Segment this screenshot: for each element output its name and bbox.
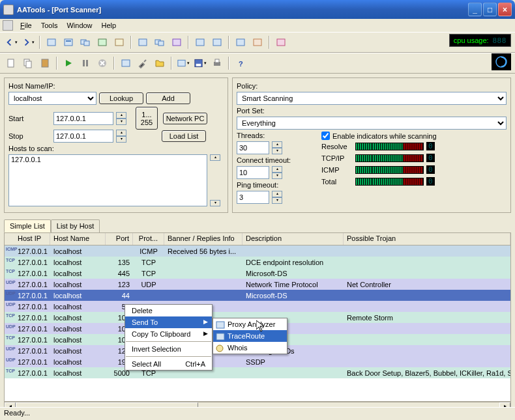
table-row[interactable]: TCP 127.0.0.1 localhost 135 TCP DCE endp… xyxy=(5,257,510,268)
svg-rect-2 xyxy=(66,40,71,42)
resolve-value: 0 xyxy=(426,142,435,150)
start-spinner[interactable]: ▴▾ xyxy=(116,112,126,125)
ping-spinner[interactable]: ▴▾ xyxy=(272,191,282,204)
menu-tools[interactable]: Tools xyxy=(37,20,63,31)
tool-icon[interactable] xyxy=(112,35,126,49)
menu-window[interactable]: Window xyxy=(62,20,96,31)
ping-input[interactable] xyxy=(237,191,269,204)
hostname-label: Host Name/IP: xyxy=(8,82,55,90)
stop-ip-input[interactable] xyxy=(53,130,113,143)
hostname-input[interactable]: localhost xyxy=(8,92,96,105)
portset-select[interactable]: Everything xyxy=(237,117,507,130)
indicators-checkbox[interactable] xyxy=(321,132,330,140)
tool-icon[interactable] xyxy=(193,35,207,49)
ctx-invert[interactable]: Invert Selection xyxy=(125,343,212,355)
export-icon[interactable]: ▾ xyxy=(176,56,190,70)
svg-rect-21 xyxy=(86,60,88,66)
portset-label: Port Set: xyxy=(237,107,279,115)
total-indicator xyxy=(355,178,424,186)
svg-rect-26 xyxy=(196,64,201,66)
menu-help[interactable]: Help xyxy=(97,20,121,31)
add-button[interactable]: Add xyxy=(146,92,190,104)
table-row[interactable]: UDP 127.0.0.1 localhost 123 UDP Network … xyxy=(5,279,510,290)
range-button[interactable]: 1...255 xyxy=(136,107,158,130)
lookup-button[interactable]: Lookup xyxy=(99,92,143,104)
col-hostname[interactable]: Host Name xyxy=(50,233,106,245)
networkpc-button[interactable]: Network PC xyxy=(163,113,207,124)
col-trojan[interactable]: Possible Trojan xyxy=(344,233,510,245)
minimize-button[interactable]: _ xyxy=(468,3,482,16)
window-title: AATools - [Port Scanner] xyxy=(17,6,468,14)
ctx-sendto[interactable]: Send To▶ xyxy=(125,316,212,328)
tool-icon[interactable] xyxy=(136,35,150,49)
results-table: Host IP Host Name Port Prot... Banner / … xyxy=(4,232,511,402)
threads-spinner[interactable]: ▴▾ xyxy=(272,141,282,154)
col-hostip[interactable]: Host IP xyxy=(5,233,50,245)
tool-icon[interactable] xyxy=(233,35,248,49)
ctx-delete[interactable]: Delete xyxy=(125,305,212,316)
col-port[interactable]: Port xyxy=(106,233,133,245)
maximize-button[interactable]: □ xyxy=(483,3,497,16)
connect-spinner[interactable]: ▴▾ xyxy=(272,166,282,179)
loadlist-button[interactable]: Load List xyxy=(162,130,206,142)
tool-icon[interactable] xyxy=(61,35,76,49)
print-icon[interactable] xyxy=(210,56,224,70)
hosts-scroll[interactable]: ▴▾ xyxy=(210,154,220,206)
table-row[interactable]: ICMP 127.0.0.1 localhost ICMP Received 5… xyxy=(5,245,510,257)
svg-rect-14 xyxy=(254,39,261,46)
close-button[interactable]: × xyxy=(498,3,512,16)
sub-traceroute[interactable]: TraceRoute xyxy=(213,330,287,342)
tool-icon[interactable] xyxy=(153,35,167,49)
sub-proxy[interactable]: Proxy Analyzer xyxy=(213,318,287,330)
table-row[interactable]: UDP 127.0.0.1 localhost 190 SSDP xyxy=(5,356,510,367)
sub-whois[interactable]: Whois xyxy=(213,342,287,354)
settings-icon[interactable] xyxy=(119,56,133,70)
tool-icon[interactable] xyxy=(274,35,288,49)
title-bar: AATools - [Port Scanner] _ □ × xyxy=(0,0,515,19)
new-icon[interactable] xyxy=(4,56,18,70)
menu-bar: File Tools Window Help xyxy=(0,19,515,32)
start-ip-input[interactable] xyxy=(53,112,113,125)
col-desc[interactable]: Description xyxy=(243,233,344,245)
tab-simple-list[interactable]: Simple List xyxy=(4,219,51,232)
tab-list-by-host[interactable]: List by Host xyxy=(51,219,100,232)
play-button[interactable] xyxy=(61,56,76,70)
svg-rect-4 xyxy=(84,41,89,46)
mdi-control-icon[interactable] xyxy=(3,20,13,31)
table-row[interactable]: UDP 127.0.0.1 localhost 50 xyxy=(5,301,510,312)
resolve-indicator xyxy=(355,143,424,150)
hoststoscan-textarea[interactable] xyxy=(8,154,207,206)
menu-file[interactable]: File xyxy=(16,20,37,31)
table-row[interactable]: TCP 127.0.0.1 localhost 445 TCP Microsof… xyxy=(5,268,510,279)
copy-icon[interactable] xyxy=(21,56,35,70)
help-icon[interactable]: ? xyxy=(233,56,248,70)
tool-icon[interactable] xyxy=(44,35,59,49)
tcpip-value: 0 xyxy=(426,154,435,162)
paste-icon[interactable] xyxy=(38,56,52,70)
tool-icon[interactable] xyxy=(210,35,224,49)
save-icon[interactable]: ▾ xyxy=(193,56,207,70)
tool-icon[interactable] xyxy=(95,35,110,49)
ctx-selectall[interactable]: Select AllCtrl+A xyxy=(125,358,212,370)
tools-icon[interactable] xyxy=(136,56,150,70)
forward-button[interactable]: ▾ xyxy=(21,35,35,49)
back-button[interactable]: ▾ xyxy=(4,35,18,49)
stop-spinner[interactable]: ▴▾ xyxy=(116,130,126,143)
table-row[interactable]: UDP 127.0.0.1 localhost 44 Microsoft-DS xyxy=(5,290,510,301)
tool-icon[interactable] xyxy=(169,35,184,49)
policy-label: Policy: xyxy=(237,82,279,90)
pause-button[interactable] xyxy=(78,56,93,70)
tcpip-label: TCP/IP xyxy=(321,154,353,162)
policy-select[interactable]: Smart Scanning xyxy=(237,92,507,105)
col-banner[interactable]: Banner / Replies Info xyxy=(164,233,243,245)
threads-input[interactable] xyxy=(237,141,269,154)
table-row[interactable]: TCP 127.0.0.1 localhost 5000 TCP Back Do… xyxy=(5,367,510,378)
folder-icon[interactable] xyxy=(153,56,167,70)
connect-input[interactable] xyxy=(237,166,269,179)
stop-label: Stop xyxy=(8,132,51,140)
tool-icon[interactable] xyxy=(250,35,265,49)
stop-button[interactable] xyxy=(95,56,110,70)
col-proto[interactable]: Prot... xyxy=(133,233,164,245)
ctx-copy[interactable]: Copy To Clipboard▶ xyxy=(125,328,212,340)
tool-icon[interactable] xyxy=(78,35,93,49)
